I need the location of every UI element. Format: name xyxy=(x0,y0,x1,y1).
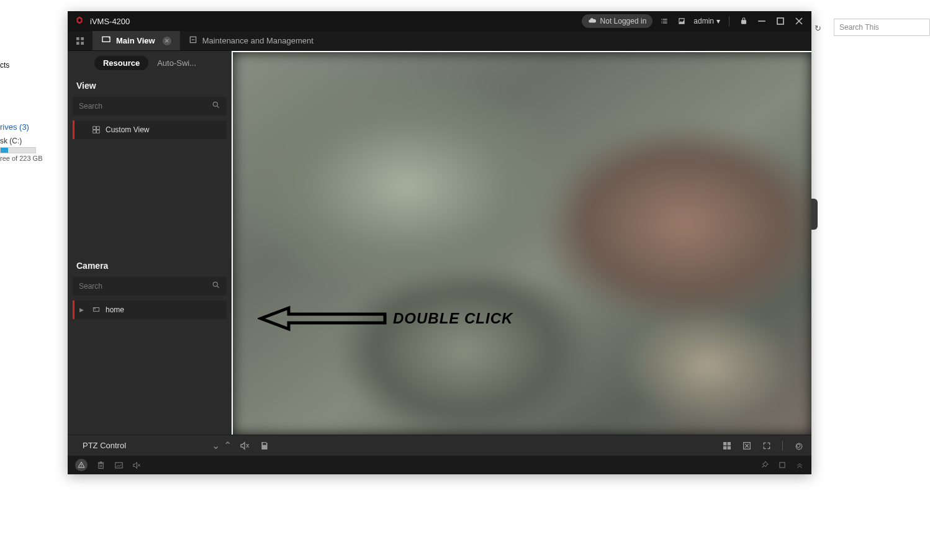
expand-icon[interactable]: ▶ xyxy=(79,307,84,313)
sound-off-icon[interactable] xyxy=(132,461,142,470)
camera-home-item[interactable]: ▶ home xyxy=(73,300,227,319)
ptz-label: PTZ Control xyxy=(83,441,126,450)
svg-rect-5 xyxy=(81,42,84,45)
main-area: Resource Auto-Swi... View Custom View Ca… xyxy=(68,51,811,435)
tab-maintenance[interactable]: Maintenance and Management xyxy=(180,31,322,50)
mute-icon[interactable] xyxy=(239,440,250,451)
svg-rect-10 xyxy=(93,127,96,130)
tab-maintenance-label: Maintenance and Management xyxy=(202,36,314,45)
chevron-down-icon: ▾ xyxy=(716,17,720,25)
collapse-up-icon[interactable] xyxy=(795,461,804,469)
trash-icon[interactable] xyxy=(96,461,106,470)
svg-rect-11 xyxy=(97,127,100,130)
svg-point-7 xyxy=(109,37,110,38)
search-icon[interactable] xyxy=(212,101,220,112)
custom-view-item[interactable]: Custom View xyxy=(73,120,227,139)
camera-header: Camera xyxy=(68,255,232,277)
list-icon[interactable] xyxy=(659,16,670,27)
svg-rect-19 xyxy=(723,446,726,449)
tabbar: Main View ✕ Maintenance and Management xyxy=(68,31,811,51)
pin-icon[interactable] xyxy=(761,461,769,469)
login-status-pill[interactable]: Not Logged in xyxy=(582,14,653,28)
sidebar: Resource Auto-Swi... View Custom View Ca… xyxy=(68,51,232,435)
user-dropdown[interactable]: admin ▾ xyxy=(693,17,720,25)
picture-icon[interactable] xyxy=(676,16,687,27)
sidebar-subtabs: Resource Auto-Swi... xyxy=(68,51,232,75)
minimize-button[interactable] xyxy=(756,15,768,27)
subtab-autoswitch[interactable]: Auto-Swi... xyxy=(148,56,205,70)
gear-icon[interactable] xyxy=(793,440,804,451)
custom-view-label: Custom View xyxy=(106,125,149,134)
subtab-resource[interactable]: Resource xyxy=(94,56,148,70)
alert-icon[interactable] xyxy=(75,459,88,471)
explorer-search-input[interactable]: Search This xyxy=(834,19,930,36)
user-name-text: admin xyxy=(693,17,714,25)
svg-rect-15 xyxy=(93,308,99,312)
svg-rect-12 xyxy=(93,130,96,133)
tab-close-icon[interactable]: ✕ xyxy=(163,37,171,45)
titlebar: iVMS-4200 Not Logged in admin ▾ xyxy=(68,11,811,31)
svg-rect-0 xyxy=(758,20,765,22)
save-icon[interactable] xyxy=(259,440,270,451)
explorer-text-cts: cts xyxy=(0,61,9,70)
svg-rect-20 xyxy=(728,446,731,449)
tab-main-view-label: Main View xyxy=(116,36,155,45)
view-search-box[interactable] xyxy=(73,97,227,115)
view-grid-icon xyxy=(92,125,101,134)
camera-section: Camera ▶ home xyxy=(68,255,232,435)
cloud-icon xyxy=(588,16,597,27)
login-status-text: Not Logged in xyxy=(600,17,647,25)
monitor-icon xyxy=(101,35,111,47)
layout-grid-icon[interactable] xyxy=(721,440,733,451)
fullscreen-icon[interactable] xyxy=(761,440,772,451)
view-search-input[interactable] xyxy=(79,102,212,111)
disk-usage-bar xyxy=(0,147,36,153)
app-title: iVMS-4200 xyxy=(90,17,130,26)
view-header: View xyxy=(68,75,232,97)
app-logo-icon xyxy=(74,16,85,27)
svg-rect-3 xyxy=(81,37,84,40)
view-section: View Custom View xyxy=(68,75,232,255)
device-icon xyxy=(92,305,101,314)
stop-all-icon[interactable] xyxy=(741,440,752,451)
picture-icon[interactable] xyxy=(114,461,124,470)
svg-rect-6 xyxy=(102,37,110,42)
svg-rect-13 xyxy=(97,130,100,133)
statusbar xyxy=(68,456,811,474)
svg-rect-4 xyxy=(76,42,79,45)
svg-rect-18 xyxy=(728,442,731,445)
svg-rect-23 xyxy=(780,463,785,467)
chevron-down-icon[interactable]: ⌄ xyxy=(212,440,220,451)
maintenance-icon xyxy=(189,35,197,46)
svg-rect-16 xyxy=(94,309,96,309)
maximize-button[interactable] xyxy=(774,15,787,27)
restore-window-icon[interactable] xyxy=(778,461,787,469)
separator xyxy=(729,16,729,26)
svg-rect-17 xyxy=(723,442,726,445)
sidebar-collapse-handle[interactable] xyxy=(811,199,818,230)
close-button[interactable] xyxy=(793,15,805,27)
disk-label: sk (C:) xyxy=(0,137,22,145)
video-feed-blurred xyxy=(233,52,811,435)
svg-rect-1 xyxy=(777,18,783,24)
lock-icon[interactable] xyxy=(738,16,749,27)
separator xyxy=(782,441,783,451)
drives-label: rives (3) xyxy=(0,122,29,132)
svg-point-9 xyxy=(213,102,217,106)
camera-home-label: home xyxy=(106,305,124,314)
svg-point-14 xyxy=(213,282,217,286)
chevron-up-icon[interactable]: ⌃ xyxy=(223,440,232,451)
svg-rect-22 xyxy=(115,463,122,468)
video-area[interactable]: DOUBLE CLICK xyxy=(232,51,811,435)
apps-grid-icon[interactable] xyxy=(68,31,93,50)
refresh-icon[interactable]: ↻ xyxy=(810,20,825,35)
camera-search-box[interactable] xyxy=(73,277,227,296)
search-icon[interactable] xyxy=(212,281,220,292)
camera-search-input[interactable] xyxy=(79,282,212,291)
ptz-bar: PTZ Control ⌄ ⌃ xyxy=(68,435,811,456)
app-window: iVMS-4200 Not Logged in admin ▾ xyxy=(68,11,811,474)
svg-rect-2 xyxy=(76,37,79,40)
tab-main-view[interactable]: Main View ✕ xyxy=(93,31,180,50)
disk-free-label: ree of 223 GB xyxy=(0,155,43,162)
